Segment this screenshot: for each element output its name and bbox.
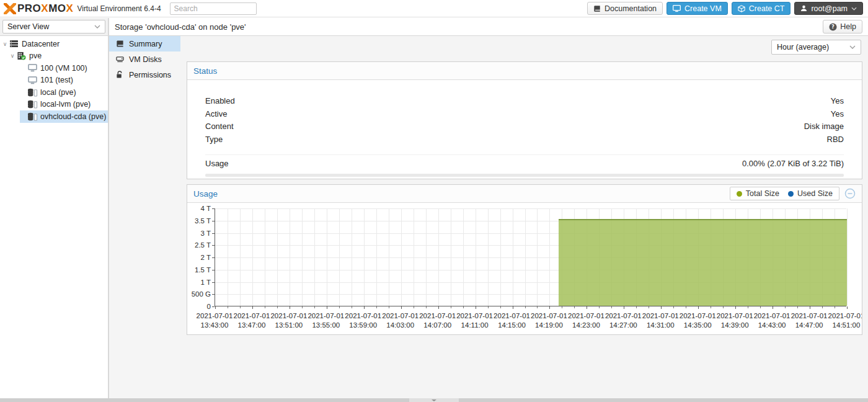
x-axis-tick: [835, 306, 835, 308]
y-axis-tick: [212, 233, 215, 234]
storage-icon: [27, 100, 38, 109]
search-input[interactable]: [170, 2, 257, 15]
tree-item-100[interactable]: 100 (VM 100): [0, 62, 108, 74]
tree-expander-icon[interactable]: ∨: [9, 53, 16, 59]
x-axis-tick: [587, 306, 587, 309]
x-axis-label: 2021-07-0114:07:00: [419, 311, 456, 330]
legend-item-used-size[interactable]: Used Size: [788, 189, 833, 198]
x-axis-tick: [426, 306, 427, 308]
display-icon: [673, 5, 681, 12]
status-row-label: Enabled: [205, 96, 235, 105]
gridline-v: [352, 208, 352, 306]
x-axis-tick: [748, 306, 748, 308]
subnav-item-permissions[interactable]: Permissions: [109, 67, 180, 83]
tree-expander-icon[interactable]: ∨: [1, 41, 9, 47]
create-vm-button[interactable]: Create VM: [666, 2, 728, 15]
circle-minus-icon[interactable]: [844, 188, 856, 199]
storage-icon: [27, 87, 38, 97]
user-label: root@pam: [811, 4, 848, 13]
x-axis-tick: [673, 306, 674, 308]
gridline-v: [327, 208, 327, 306]
subnav-item-label: Permissions: [129, 71, 171, 79]
subnav-item-vm-disks[interactable]: VM Disks: [109, 51, 180, 67]
x-axis-tick: [215, 306, 216, 309]
legend-item-total-size[interactable]: Total Size: [737, 189, 779, 198]
status-row-content: ContentDisk image: [205, 122, 844, 135]
subnav-item-label: Summary: [129, 40, 162, 48]
usage-row-value: 0.00% (2.07 KiB of 3.22 TiB): [742, 159, 844, 168]
gridline-v: [414, 208, 414, 306]
tree-item-ovhcloud-cda[interactable]: ovhcloud-cda (pve): [0, 110, 108, 123]
x-axis-tick: [760, 306, 761, 308]
gridline-v: [451, 208, 451, 306]
x-axis-tick: [252, 306, 253, 309]
x-axis-label: 2021-07-0113:59:00: [345, 311, 381, 330]
legend-dot-icon: [737, 191, 742, 197]
chart-legend: Total SizeUsed Size: [730, 187, 839, 200]
x-axis-tick: [327, 306, 327, 309]
usage-panel-header: Usage Total SizeUsed Size: [187, 185, 862, 203]
y-axis-label: 0: [187, 303, 211, 310]
y-axis-label: 3.5 T: [187, 217, 211, 225]
x-axis-tick: [401, 306, 402, 309]
view-selector-dropdown[interactable]: Server View: [2, 20, 105, 34]
x-axis-tick: [735, 306, 736, 309]
timeframe-value: Hour (average): [777, 43, 829, 51]
y-axis-label: 3 T: [187, 230, 211, 237]
x-axis-tick: [611, 306, 612, 308]
x-axis-tick: [314, 306, 315, 308]
gridline-v: [537, 208, 538, 306]
x-axis-label: 2021-07-0114:03:00: [382, 311, 418, 330]
tree-item-pve[interactable]: ∨pve: [0, 50, 108, 63]
log-panel-splitter[interactable]: [0, 398, 868, 402]
x-axis-tick: [686, 306, 686, 308]
x-axis-tick: [389, 306, 389, 308]
x-axis-tick: [537, 306, 538, 308]
tree-item-local[interactable]: local (pve): [0, 86, 108, 99]
total-size-area: [559, 219, 847, 306]
legend-dot-icon: [788, 191, 794, 197]
y-axis-label: 4 T: [187, 205, 211, 212]
y-axis-label: 500 G: [187, 290, 211, 298]
question-circle-icon: ?: [829, 23, 837, 31]
subnav-item-summary[interactable]: Summary: [109, 36, 180, 51]
create-ct-button[interactable]: Create CT: [732, 2, 791, 15]
tree-item-101[interactable]: 101 (test): [0, 74, 108, 87]
status-rows: EnabledYesActiveYesContentDisk imageType…: [187, 80, 862, 177]
status-row-label: Content: [205, 122, 234, 131]
create-vm-label: Create VM: [684, 4, 722, 13]
x-axis-label: 2021-07-0114:43:00: [754, 311, 790, 330]
proxmox-logo: PROXMOX: [4, 3, 73, 14]
status-panel-header: Status: [187, 62, 862, 80]
tree-item-local-lvm[interactable]: local-lvm (pve): [0, 99, 108, 111]
timeframe-dropdown[interactable]: Hour (average): [771, 40, 861, 55]
x-axis-label: 2021-07-0114:23:00: [568, 311, 604, 330]
documentation-button[interactable]: Documentation: [587, 2, 663, 15]
gridline-v: [252, 208, 253, 306]
chevron-down-icon: [851, 7, 857, 11]
vm-icon: [27, 63, 38, 73]
x-axis-tick: [463, 306, 464, 308]
gridline-v: [500, 208, 501, 306]
status-row-type: TypeRBD: [205, 135, 844, 148]
tree-item-datacenter[interactable]: ∨Datacenter: [0, 38, 108, 50]
x-axis-tick: [302, 306, 303, 308]
legend-item-label: Used Size: [797, 189, 833, 198]
y-axis-tick: [212, 282, 215, 283]
storage-subnav: SummaryVM DisksPermissions: [109, 36, 180, 398]
gridline-v: [463, 208, 464, 306]
usage-panel: Usage Total SizeUsed Size 4 T3.5 T3 T2.5…: [187, 184, 862, 335]
x-axis-tick: [352, 306, 352, 308]
gridline-v: [389, 208, 389, 306]
x-axis-label: 2021-07-0114:47:00: [791, 311, 828, 330]
status-row-usage: Usage0.00% (2.07 KiB of 3.22 TiB): [205, 154, 844, 177]
log-panel-expand-handle[interactable]: [409, 398, 459, 402]
x-axis-tick: [562, 306, 562, 308]
resource-tree: ∨Datacenter∨pve100 (VM 100)101 (test)loc…: [0, 36, 108, 123]
tree-item-label: 101 (test): [40, 76, 73, 84]
x-axis-tick: [376, 306, 377, 308]
help-button[interactable]: ? Help: [823, 20, 862, 34]
user-menu-button[interactable]: root@pam: [794, 2, 863, 15]
y-axis-tick: [212, 294, 215, 295]
x-axis-tick: [785, 306, 786, 308]
